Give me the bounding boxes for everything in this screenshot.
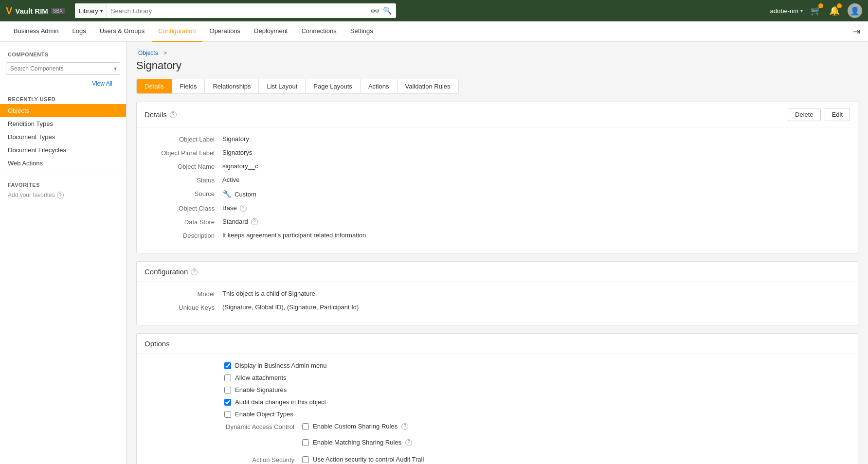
details-card-body: Object Label Signatory Object Plural Lab…: [137, 127, 858, 253]
chevron-down-icon: ▾: [100, 8, 103, 14]
option-allow-attachments: Allow attachments: [224, 374, 850, 381]
field-label-object-class: Object Class: [145, 204, 222, 212]
search-dropdown-label: Library: [79, 7, 98, 15]
field-label-description: Description: [145, 232, 222, 239]
tab-fields[interactable]: Fields: [172, 79, 205, 93]
checkbox-matching-sharing-rules[interactable]: [302, 439, 309, 446]
dynamic-access-label: Dynamic Access Control: [224, 423, 302, 451]
tab-list-layout[interactable]: List Layout: [259, 79, 306, 93]
config-value-unique-keys: (Signature, Global ID), (Signature, Part…: [222, 303, 850, 311]
search-dropdown[interactable]: Library ▾: [75, 3, 107, 18]
nav-item-connections[interactable]: Connections: [295, 21, 342, 42]
search-components-input[interactable]: [6, 63, 111, 74]
breadcrumb-parent[interactable]: Objects: [138, 50, 158, 56]
field-label-status: Status: [145, 176, 222, 184]
search-icon[interactable]: 🔍: [383, 6, 392, 15]
field-label-data-store: Data Store: [145, 218, 222, 226]
nav-item-deployment[interactable]: Deployment: [248, 21, 293, 42]
nav-item-logs[interactable]: Logs: [67, 21, 92, 42]
sidebar-search: ▾: [6, 62, 120, 75]
options-card: Options Display in Business Admin menu A…: [136, 333, 858, 464]
details-card: Details ? Delete Edit Object Label Signa…: [136, 102, 858, 253]
user-chevron-icon: ▾: [800, 8, 803, 14]
nav-export-icon[interactable]: ⇥: [853, 26, 860, 37]
option-label-enable-object-types: Enable Object Types: [235, 410, 293, 418]
search-input[interactable]: [107, 7, 366, 15]
matching-sharing-help-icon[interactable]: ?: [405, 439, 412, 446]
sidebar-item-rendition-types[interactable]: Rendition Types: [0, 117, 126, 130]
app-layout: COMPONENTS ▾ View All RECENTLY USED Obje…: [0, 42, 868, 464]
checkbox-allow-attachments[interactable]: [224, 375, 231, 381]
object-class-help-icon[interactable]: ?: [240, 205, 247, 212]
source-icon: 🔧: [222, 190, 232, 198]
field-value-description: It keeps agreement's participant related…: [222, 232, 850, 239]
notification-badge: [837, 3, 842, 8]
sidebar-item-document-types[interactable]: Document Types: [0, 130, 126, 143]
option-action-security-audit: Use Action security to control Audit Tra…: [302, 456, 424, 463]
global-search-bar: Library ▾ 👓 🔍: [75, 3, 396, 18]
nav-item-operations[interactable]: Operations: [204, 21, 247, 42]
configuration-header: Configuration ?: [137, 262, 858, 282]
checkbox-enable-object-types[interactable]: [224, 411, 231, 418]
tabs-bar: Details Fields Relationships List Layout…: [136, 79, 459, 94]
details-card-actions: Delete Edit: [788, 108, 850, 121]
field-source: Source 🔧 Custom: [145, 190, 850, 198]
option-matching-sharing-rules: Enable Matching Sharing Rules ?: [302, 439, 412, 446]
nav-item-business-admin[interactable]: Business Admin: [8, 21, 65, 42]
user-menu[interactable]: adobe-rim ▾: [770, 7, 803, 15]
sidebar-search-chevron[interactable]: ▾: [111, 65, 120, 72]
breadcrumb-separator: >: [163, 50, 167, 56]
data-store-help-icon[interactable]: ?: [251, 218, 258, 225]
field-value-status: Active: [222, 176, 850, 183]
checkbox-enable-signatures[interactable]: [224, 387, 231, 393]
favorites-help-icon[interactable]: ?: [57, 192, 64, 198]
tab-page-layouts[interactable]: Page Layouts: [306, 79, 361, 93]
option-label-display-biz-admin: Display in Business Admin menu: [235, 362, 327, 369]
field-object-name: Object Name signatory__c: [145, 162, 850, 170]
details-card-header: Details ? Delete Edit: [137, 102, 858, 127]
favorites-title: FAVORITES: [0, 178, 126, 190]
option-enable-signatures: Enable Signatures: [224, 386, 850, 393]
checkbox-audit-data-changes[interactable]: [224, 399, 231, 406]
option-label-action-security-audit: Use Action security to control Audit Tra…: [313, 456, 424, 463]
checkbox-custom-sharing-rules[interactable]: [302, 423, 309, 430]
config-label-unique-keys: Unique Keys: [145, 303, 222, 311]
sidebar: COMPONENTS ▾ View All RECENTLY USED Obje…: [0, 42, 127, 464]
configuration-help-icon[interactable]: ?: [191, 268, 198, 275]
sidebar-item-web-actions[interactable]: Web Actions: [0, 157, 126, 170]
recently-used-title: RECENTLY USED: [0, 92, 126, 104]
avatar[interactable]: 👤: [848, 3, 862, 18]
tab-details[interactable]: Details: [137, 79, 172, 93]
field-value-object-name: signatory__c: [222, 162, 850, 170]
view-all-link[interactable]: View All: [6, 79, 120, 89]
option-audit-data-changes: Audit data changes in this object: [224, 398, 850, 406]
field-value-object-plural-label: Signatorys: [222, 149, 850, 156]
breadcrumb: Objects >: [136, 50, 858, 56]
details-help-icon[interactable]: ?: [170, 111, 177, 118]
dynamic-access-control-row: Dynamic Access Control Enable Custom Sha…: [224, 423, 850, 451]
tab-relationships[interactable]: Relationships: [205, 79, 259, 93]
field-description: Description It keeps agreement's partici…: [145, 232, 850, 239]
options-title: Options: [137, 334, 858, 354]
tab-validation-rules[interactable]: Validation Rules: [398, 79, 458, 93]
glasses-icon[interactable]: 👓: [370, 6, 380, 16]
custom-sharing-help-icon[interactable]: ?: [401, 423, 408, 430]
nav-item-configuration[interactable]: Configuration: [152, 21, 201, 42]
checkbox-action-security-audit[interactable]: [302, 456, 309, 463]
option-display-biz-admin: Display in Business Admin menu: [224, 362, 850, 369]
config-label-model: Model: [145, 290, 222, 298]
notifications-icon[interactable]: 🔔: [829, 5, 840, 16]
cart-icon[interactable]: 🛒: [811, 5, 821, 16]
checkbox-display-biz-admin[interactable]: [224, 362, 231, 369]
sidebar-item-document-lifecycles[interactable]: Document Lifecycles: [0, 143, 126, 157]
nav-item-settings[interactable]: Settings: [344, 21, 379, 42]
delete-button[interactable]: Delete: [788, 108, 821, 121]
edit-button[interactable]: Edit: [825, 108, 850, 121]
tab-actions[interactable]: Actions: [361, 79, 398, 93]
sidebar-item-objects[interactable]: Objects: [0, 104, 126, 117]
add-favorites-label: Add your favorites: [8, 192, 55, 198]
config-value-model: This object is a child of Signature.: [222, 290, 850, 297]
nav-item-users-groups[interactable]: Users & Groups: [94, 21, 150, 42]
field-label-object-name: Object Name: [145, 162, 222, 170]
field-object-plural-label: Object Plural Label Signatorys: [145, 149, 850, 157]
